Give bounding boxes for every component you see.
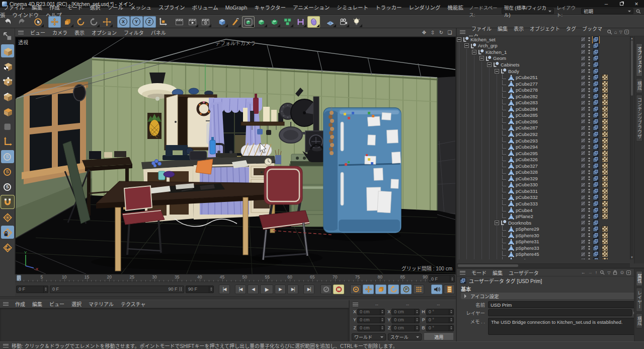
visibility-dots-icon[interactable] xyxy=(588,113,590,118)
menu-シミュレート[interactable]: シミュレート xyxy=(333,5,372,11)
view-zoom-icon[interactable]: ⇳ xyxy=(429,29,436,36)
attribute-menu-icon[interactable] xyxy=(460,271,465,274)
visibility-dots-icon[interactable] xyxy=(588,245,590,250)
rotation-field[interactable]: 0 ° xyxy=(426,325,454,331)
layer-toggle-icon[interactable] xyxy=(581,201,586,206)
name-field[interactable]: USD Prim xyxy=(488,301,640,308)
search-icon[interactable] xyxy=(636,9,641,14)
floor-button[interactable] xyxy=(324,16,337,28)
polygon-mode-button[interactable] xyxy=(1,105,14,118)
tree-row-pCube284[interactable]: pCube284 xyxy=(457,106,630,112)
scroll-down-icon[interactable]: ▼ xyxy=(630,255,633,259)
texture-tag-icon[interactable] xyxy=(602,87,608,93)
lock-z-button[interactable]: Z xyxy=(143,16,156,28)
tree-row-pCube287[interactable]: pCube287 xyxy=(457,125,630,131)
viewport-menu-フィルタ[interactable]: フィルタ xyxy=(120,30,147,36)
rotation-field[interactable]: 0 ° xyxy=(426,317,454,323)
texture-tag-icon[interactable] xyxy=(602,137,608,144)
visibility-dots-icon[interactable] xyxy=(588,100,590,105)
menu-アニメーション[interactable]: アニメーション xyxy=(289,5,333,11)
planar-workplane-button[interactable] xyxy=(1,241,14,254)
layer-toggle-icon[interactable] xyxy=(581,62,586,67)
texture-tag-icon[interactable] xyxy=(602,200,608,207)
usd-prim-tag-icon[interactable] xyxy=(593,226,599,232)
subdivision-surface-button[interactable] xyxy=(242,16,255,28)
layer-toggle-icon[interactable] xyxy=(581,88,586,93)
usd-prim-tag-icon[interactable] xyxy=(593,188,599,194)
layer-toggle-icon[interactable] xyxy=(581,252,586,257)
material-menu-icon[interactable] xyxy=(3,302,9,306)
enable-axis-mode-button[interactable] xyxy=(1,135,14,148)
volume-button[interactable] xyxy=(307,16,320,28)
usd-prim-tag-icon[interactable] xyxy=(593,118,599,125)
usd-prim-tag-icon[interactable] xyxy=(593,220,599,226)
layer-toggle-icon[interactable] xyxy=(581,125,586,130)
menu-MoGraph[interactable]: MoGraph xyxy=(222,5,251,11)
visibility-dots-icon[interactable] xyxy=(588,220,590,225)
timeline-ruler[interactable]: 0 F 051015202530354045505560657075808590 xyxy=(15,274,456,282)
model-mode-button[interactable] xyxy=(1,44,14,57)
texture-tag-icon[interactable] xyxy=(602,257,608,259)
menu-作成[interactable]: 作成 xyxy=(46,5,63,11)
menu-メッシュ[interactable]: メッシュ xyxy=(127,5,155,11)
layer-toggle-icon[interactable] xyxy=(581,233,586,238)
om-menu-オブジェクト[interactable]: オブジェクト xyxy=(527,26,563,32)
tree-row-pCube333[interactable]: pCube333 xyxy=(457,200,630,207)
position-field[interactable]: 0 cm xyxy=(357,309,385,315)
render-view-button[interactable] xyxy=(173,16,186,28)
menu-トラッカー[interactable]: トラッカー xyxy=(372,5,406,11)
layer-toggle-icon[interactable] xyxy=(581,182,586,187)
render-picture-viewer-button[interactable] xyxy=(186,16,199,28)
am-menu-モード[interactable]: モード xyxy=(468,270,490,276)
om-tab-オブジェクト[interactable]: オブジェクト xyxy=(636,43,642,77)
ruler-frame-field[interactable]: 0 F xyxy=(429,275,455,283)
viewport-menu-パネル[interactable]: パネル xyxy=(147,30,170,36)
sound-button[interactable] xyxy=(431,285,442,294)
layer-toggle-icon[interactable] xyxy=(581,113,586,118)
material-menu-作成[interactable]: 作成 xyxy=(12,302,29,307)
redo-button[interactable] xyxy=(15,16,28,28)
key-rotation-button[interactable] xyxy=(388,285,399,294)
visibility-dots-icon[interactable] xyxy=(588,106,590,111)
visibility-dots-icon[interactable] xyxy=(588,176,590,181)
layer-toggle-icon[interactable] xyxy=(581,195,586,200)
goto-end-button[interactable]: ▶| xyxy=(303,285,314,294)
layer-toggle-icon[interactable] xyxy=(581,157,586,162)
om-filter-icon[interactable]: ▽ xyxy=(619,30,622,34)
usd-prim-tag-icon[interactable] xyxy=(593,93,599,100)
material-list-area[interactable] xyxy=(0,308,349,341)
coordinate-mode-select[interactable]: スケール xyxy=(388,333,422,340)
visibility-dots-icon[interactable] xyxy=(588,75,590,80)
solo-off-button[interactable]: S xyxy=(1,150,14,163)
layer-toggle-icon[interactable] xyxy=(581,138,586,143)
texture-mode-button[interactable] xyxy=(1,59,14,73)
visibility-dots-icon[interactable] xyxy=(588,252,590,257)
usd-prim-tag-icon[interactable] xyxy=(593,106,599,112)
tree-row-pCube285[interactable]: pCube285 xyxy=(457,112,630,119)
am-menu-編集[interactable]: 編集 xyxy=(490,270,506,276)
scroll-up-icon[interactable]: ▲ xyxy=(630,36,633,40)
tree-row-pSphere30[interactable]: pSphere30 xyxy=(457,232,630,239)
tweak-mode-button[interactable] xyxy=(1,120,14,133)
am-up-icon[interactable]: ↑ xyxy=(595,270,598,275)
layer-toggle-icon[interactable] xyxy=(581,94,586,99)
om-menu-ファイル[interactable]: ファイル xyxy=(468,26,495,32)
status-menu-icon[interactable] xyxy=(3,344,9,347)
om-tab-構成[interactable]: 構成 xyxy=(636,78,642,93)
collapse-toggle[interactable] xyxy=(487,62,492,67)
usd-prim-tag-icon[interactable] xyxy=(593,257,599,259)
dynamics-button[interactable] xyxy=(294,16,307,28)
material-menu-マテリアル[interactable]: マテリアル xyxy=(85,302,117,307)
usd-prim-tag-icon[interactable] xyxy=(593,61,599,68)
usd-prim-tag-icon[interactable] xyxy=(593,42,599,49)
usd-prim-tag-icon[interactable] xyxy=(593,49,599,55)
layer-toggle-icon[interactable] xyxy=(581,245,586,250)
size-field[interactable]: 0 cm xyxy=(391,309,419,315)
view-toggle-icon[interactable]: ❏ xyxy=(446,29,453,36)
tree-row-pSphere48[interactable]: pSphere48 xyxy=(457,257,630,259)
layer-toggle-icon[interactable] xyxy=(581,151,586,156)
usd-prim-tag-icon[interactable] xyxy=(593,175,599,182)
key-position-button[interactable] xyxy=(363,285,374,294)
visibility-dots-icon[interactable] xyxy=(588,182,590,187)
texture-tag-icon[interactable] xyxy=(602,181,608,188)
